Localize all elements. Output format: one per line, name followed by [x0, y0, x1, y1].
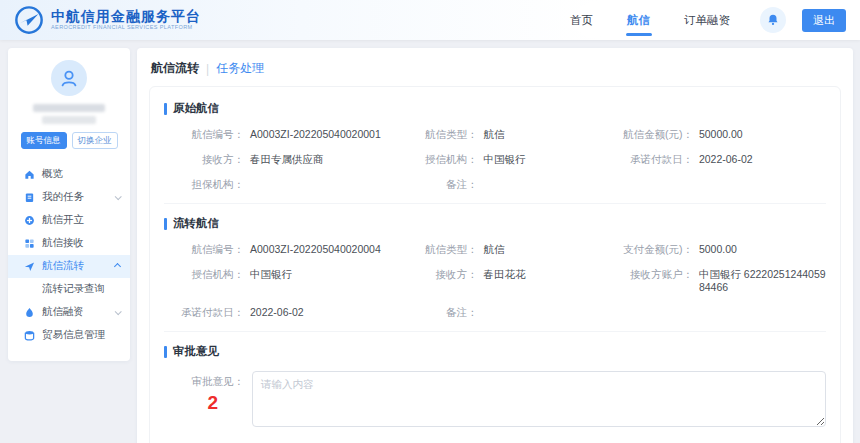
user-icon	[58, 67, 80, 89]
breadcrumb: 航信流转 | 任务处理	[149, 58, 841, 86]
logo-plane-icon	[14, 5, 44, 35]
field-promised-pay-date: 承诺付款日：2022-06-02	[601, 153, 826, 166]
field-receiver: 接收方：春田专属供应商	[164, 153, 416, 166]
field-credit-institution: 授信机构：中国银行	[416, 153, 601, 166]
nav-hangxin[interactable]: 航信	[625, 1, 652, 40]
annotation-2: 2	[164, 392, 244, 414]
sidebar-item-hangxin-open[interactable]: 航信开立	[8, 209, 130, 232]
field-grid: 航信编号：A0003ZI-202205040020004 航信类型：航信 支付金…	[164, 243, 826, 319]
top-nav: 首页 航信 订单融资	[568, 1, 732, 40]
sidebar: 账号信息 切换企业 概览 我的任务	[8, 48, 130, 361]
sidebar-item-my-tasks[interactable]: 我的任务	[8, 186, 130, 209]
field-empty	[601, 178, 826, 191]
breadcrumb-secondary: 任务处理	[216, 60, 264, 77]
logout-button[interactable]: 退出	[802, 9, 846, 32]
main-area: 航信流转 | 任务处理 原始航信 航信编号：A0003ZI-2022050400…	[137, 48, 853, 443]
section-original-hangxin: 原始航信 航信编号：A0003ZI-202205040020001 航信类型：航…	[164, 97, 826, 203]
chevron-down-icon	[115, 193, 122, 200]
section-approval-opinion: 审批意见 审批意见： 2	[164, 331, 826, 439]
content-layout: 账号信息 切换企业 概览 我的任务	[0, 40, 860, 443]
field-receiver-account: 接收方账户：中国银行 6222025124405984466	[601, 268, 826, 294]
app-header: 中航信用金融服务平台 AEROCREDIT FINANCIAL SERVICES…	[0, 0, 860, 40]
sidebar-item-hangxin-receive[interactable]: 航信接收	[8, 232, 130, 255]
field-hangxin-number: 航信编号：A0003ZI-202205040020004	[164, 243, 416, 256]
notification-bell-button[interactable]	[760, 7, 786, 33]
field-guarantee-institution: 担保机构：	[164, 178, 416, 191]
approval-opinion-textarea[interactable]	[252, 371, 826, 427]
open-doc-icon	[23, 214, 35, 226]
field-hangxin-type: 航信类型：航信	[416, 243, 601, 256]
sidebar-item-trade-info-management[interactable]: 贸易信息管理	[8, 324, 130, 347]
field-promised-pay-date: 承诺付款日：2022-06-02	[164, 306, 416, 319]
switch-enterprise-button[interactable]: 切换企业	[72, 132, 118, 149]
breadcrumb-separator: |	[206, 62, 209, 76]
nav-order-finance[interactable]: 订单融资	[682, 1, 732, 40]
sidebar-item-transfer-record-query[interactable]: 流转记录查询	[8, 278, 130, 301]
sidebar-item-overview[interactable]: 概览	[8, 163, 130, 186]
app-logo: 中航信用金融服务平台 AEROCREDIT FINANCIAL SERVICES…	[14, 5, 201, 35]
finance-icon	[23, 306, 35, 318]
trade-icon	[23, 329, 35, 341]
field-empty	[601, 306, 826, 319]
account-info-button[interactable]: 账号信息	[21, 132, 67, 149]
sidebar-menu: 概览 我的任务 航信开立	[8, 163, 130, 347]
field-hangxin-amount: 航信金额(元)：50000.00	[601, 128, 826, 141]
sidebar-item-hangxin-financing[interactable]: 航信融资	[8, 301, 130, 324]
sidebar-item-hangxin-transfer[interactable]: 航信流转	[8, 255, 130, 278]
field-grid: 航信编号：A0003ZI-202205040020001 航信类型：航信 航信金…	[164, 128, 826, 191]
section-title: 审批意见	[164, 344, 826, 359]
section-title: 流转航信	[164, 216, 826, 231]
chevron-up-icon	[114, 262, 121, 269]
field-credit-institution: 授信机构：中国银行	[164, 268, 416, 294]
field-receiver: 接收方：春田花花	[416, 268, 601, 294]
page: 中航信用金融服务平台 AEROCREDIT FINANCIAL SERVICES…	[0, 0, 860, 443]
avatar	[51, 60, 87, 96]
receive-icon	[23, 237, 35, 249]
breadcrumb-primary: 航信流转	[151, 60, 199, 77]
app-title: 中航信用金融服务平台	[51, 9, 201, 24]
username-redacted	[33, 104, 105, 124]
task-card: 航信流转 | 任务处理 原始航信 航信编号：A0003ZI-2022050400…	[137, 48, 853, 443]
field-remark: 备注：	[416, 178, 601, 191]
section-title: 原始航信	[164, 101, 826, 116]
chevron-down-icon	[115, 308, 122, 315]
field-hangxin-number: 航信编号：A0003ZI-202205040020001	[164, 128, 416, 141]
field-hangxin-type: 航信类型：航信	[416, 128, 601, 141]
tasks-icon	[23, 191, 35, 203]
detail-panel: 原始航信 航信编号：A0003ZI-202205040020001 航信类型：航…	[149, 86, 841, 443]
app-subtitle: AEROCREDIT FINANCIAL SERVICES PLATFORM	[51, 24, 201, 31]
bell-icon	[766, 13, 780, 27]
transfer-icon	[23, 260, 35, 272]
approval-opinion-label: 审批意见：	[164, 375, 244, 389]
section-transfer-hangxin: 流转航信 航信编号：A0003ZI-202205040020004 航信类型：航…	[164, 203, 826, 331]
field-pay-amount: 支付金额(元)：5000.00	[601, 243, 826, 256]
nav-home[interactable]: 首页	[568, 1, 595, 40]
home-icon	[23, 168, 35, 180]
field-remark: 备注：	[416, 306, 601, 319]
